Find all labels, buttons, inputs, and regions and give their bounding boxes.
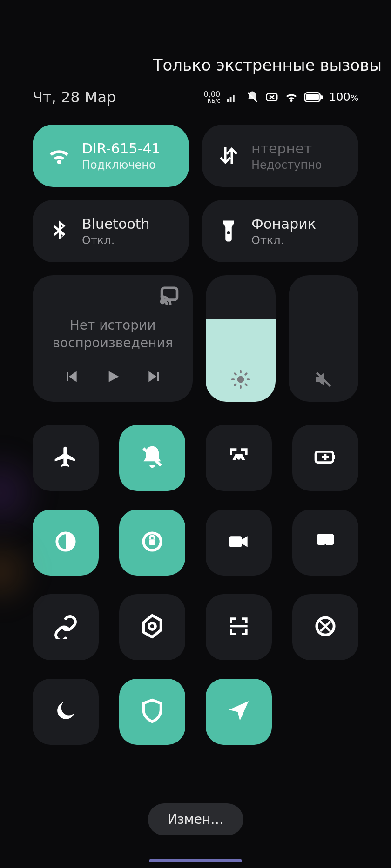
svg-rect-24 (229, 536, 242, 547)
nav-handle[interactable] (149, 859, 242, 862)
flashlight-title: Фонарик (251, 216, 316, 232)
play-icon[interactable] (103, 367, 122, 388)
wifi-icon (47, 143, 72, 168)
svg-point-18 (237, 457, 241, 460)
date-label[interactable]: Чт, 28 Мар (33, 88, 116, 106)
brightness-icon (230, 369, 251, 390)
volume-mute-icon (313, 369, 334, 390)
battery-plus-icon (312, 444, 338, 472)
svg-rect-3 (306, 94, 319, 100)
status-icons: 0,00 КБ/с 100% (203, 90, 358, 104)
svg-line-15 (245, 373, 247, 375)
svg-point-6 (162, 300, 164, 303)
cast-icon[interactable] (159, 285, 180, 305)
moon-icon (53, 698, 79, 726)
cast-toggle[interactable] (292, 510, 358, 576)
svg-rect-23 (149, 539, 155, 545)
rotation-lock-icon (139, 529, 165, 557)
sync-icon (312, 613, 338, 641)
status-bar: Чт, 28 Мар 0,00 КБ/с 100% (33, 88, 358, 125)
link-toggle[interactable] (33, 594, 99, 660)
wifi-tile[interactable]: DIR-615-41 Подключено (33, 125, 189, 187)
battery-icon (304, 92, 324, 102)
link-icon (53, 613, 79, 641)
svg-rect-20 (333, 455, 335, 459)
svg-rect-25 (317, 534, 334, 545)
data-title: нтернет (251, 140, 322, 157)
bluetooth-title: Bluetooth (82, 216, 150, 232)
svg-rect-4 (321, 95, 323, 99)
dark-mode-toggle[interactable] (33, 510, 99, 576)
flashlight-icon (216, 219, 241, 244)
svg-point-7 (237, 376, 244, 383)
svg-rect-27 (230, 625, 247, 628)
net-speed: 0,00 КБ/с (203, 91, 220, 104)
next-track-icon[interactable] (145, 367, 163, 388)
scan-toggle[interactable] (206, 594, 272, 660)
settings-toggle[interactable] (119, 594, 185, 660)
airplane-mode-toggle[interactable] (33, 425, 99, 491)
prev-track-icon[interactable] (62, 367, 81, 388)
media-player-tile[interactable]: Нет истории воспроизведения (33, 275, 193, 402)
nut-icon (139, 613, 165, 641)
screenshot-toggle[interactable] (206, 425, 272, 491)
battery-saver-toggle[interactable] (292, 425, 358, 491)
volume-slider[interactable] (289, 275, 358, 402)
svg-line-14 (235, 384, 236, 385)
bluetooth-sub: Откл. (82, 234, 150, 247)
svg-point-26 (149, 623, 155, 629)
no-sim-icon (265, 90, 279, 104)
brightness-slider[interactable] (206, 275, 276, 402)
flashlight-sub: Откл. (251, 234, 316, 247)
video-icon (226, 529, 252, 557)
bell-slash-icon (139, 444, 165, 472)
mute-toggle[interactable] (119, 425, 185, 491)
bluetooth-tile[interactable]: Bluetooth Откл. (33, 200, 189, 262)
flashlight-tile[interactable]: Фонарик Откл. (202, 200, 358, 262)
do-not-disturb-toggle[interactable] (33, 679, 99, 745)
bluetooth-icon (47, 219, 72, 244)
data-arrows-icon (216, 143, 241, 168)
screenshot-icon (226, 444, 252, 472)
contrast-icon (53, 529, 79, 557)
scan-icon (226, 613, 252, 641)
svg-line-12 (235, 373, 236, 375)
wifi-sub: Подключено (82, 159, 161, 172)
rotation-lock-toggle[interactable] (119, 510, 185, 576)
location-icon (226, 698, 252, 726)
svg-line-13 (245, 384, 247, 385)
wifi-title: DIR-615-41 (82, 140, 161, 157)
sync-toggle[interactable] (292, 594, 358, 660)
wifi-status-icon (284, 90, 298, 104)
airplay-icon (312, 529, 338, 557)
media-message: Нет истории воспроизведения (46, 305, 180, 367)
bell-slash-icon (245, 90, 259, 104)
edit-button[interactable]: Измен… (148, 803, 243, 835)
data-sub: Недоступно (251, 159, 322, 172)
battery-percent: 100% (329, 91, 358, 104)
signal-icon (226, 90, 240, 104)
mobile-data-tile[interactable]: нтернет Недоступно (202, 125, 358, 187)
screen-record-toggle[interactable] (206, 510, 272, 576)
emergency-banner: Только экстренные вызовы (0, 0, 391, 88)
security-toggle[interactable] (119, 679, 185, 745)
shield-icon (139, 698, 165, 726)
location-toggle[interactable] (206, 679, 272, 745)
airplane-icon (53, 444, 79, 472)
